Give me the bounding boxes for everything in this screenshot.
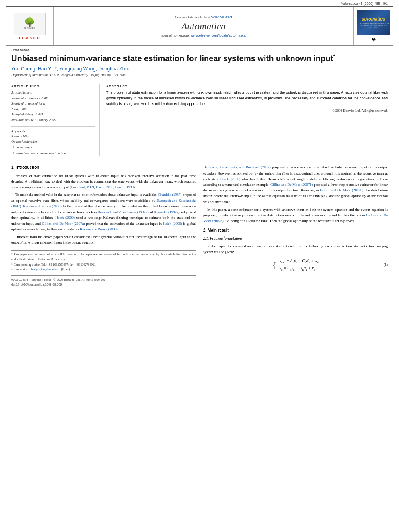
section1-para2: To make the method valid in the case tha…: [11, 192, 196, 232]
right-para1: Darouach, Zasadzinski, and Boutayeb (200…: [203, 164, 388, 205]
affiliation-line: Department of Automation, TNList, Tsingh…: [11, 73, 388, 77]
sciencedirect-line: Contents lists available at ScienceDirec…: [175, 15, 232, 19]
elsevier-small-text: ELSEVIER: [24, 27, 35, 29]
ref-gillins-2007b[interactable]: Gillins and De Moor (2007b): [270, 183, 313, 187]
journal-homepage-link[interactable]: www.elsevier.com/locate/automatica: [191, 33, 246, 37]
ref-gillins-2007b-2[interactable]: Gillins and De Moor (2007b): [320, 188, 363, 192]
article-info-col: ARTICLE INFO Article history: Received 2…: [11, 84, 100, 156]
automatica-subtitle: THE INTERNATIONAL JOURNAL OF CONTROL, AU…: [357, 22, 390, 28]
eq-row-2: yk = Ckxk + Hkdk + vk: [280, 265, 319, 272]
elsevier-brand-label: ELSEVIER: [19, 36, 40, 40]
ref-kerwin-prince[interactable]: Kerwin and Prince (2000): [23, 204, 62, 208]
elsevier-logo-section: 🌳 ELSEVIER ELSEVIER: [6, 7, 54, 45]
footnote-2: * Corresponding author. Tel.: +86 106279…: [11, 263, 196, 267]
copyright-line: © 2008 Elsevier Ltd. All rights reserved…: [106, 109, 388, 113]
footnote-section: * This paper was not presented at any IF…: [11, 250, 196, 271]
article-info-header: ARTICLE INFO: [11, 84, 95, 88]
keyword-1: Optimal estimation: [11, 139, 95, 144]
footnote-3: E-mail address: haoye@tsinghua.edu.cn (H…: [11, 267, 196, 271]
section2: 2. Main result 2.1. Problem formulation …: [203, 227, 388, 273]
authors-line: Yue Cheng, Hao Ye *, Yongqiang Wang, Don…: [11, 66, 388, 72]
email-name: (H. Ye).: [61, 267, 70, 271]
automatica-logo-box: automatica THE INTERNATIONAL JOURNAL OF …: [357, 10, 390, 35]
section1-para1: Problem of state estimation for linear s…: [11, 173, 196, 190]
eq-row-1: xk+1 = Akxk + Gkdk + wk: [280, 258, 319, 265]
sciencedirect-link[interactable]: ScienceDirect: [211, 15, 232, 19]
section1-title: 1. Introduction: [11, 164, 196, 171]
automatica-icon: ⊕: [371, 36, 376, 43]
history-item-2: 2 July 2008: [11, 107, 95, 112]
ref-k1987[interactable]: Kitanidis (1987): [154, 210, 178, 214]
keywords-section: Keywords: Kalman filter Optimal estimati…: [11, 126, 95, 156]
paper-title: Unbiased minimum-variance state estimati…: [11, 53, 388, 64]
right-column: Darouach, Zasadzinski, and Boutayeb (200…: [203, 164, 388, 287]
left-column: 1. Introduction Problem of state estimat…: [11, 164, 196, 287]
history-item-3: Accepted 9 August 2008: [11, 112, 95, 117]
ref-hsieh2000[interactable]: Hsieh (2000): [55, 216, 75, 220]
keyword-2: Unknown input: [11, 144, 95, 150]
ref-hsieh2000b[interactable]: Hsieh (2000): [163, 222, 182, 226]
ref-kp2000[interactable]: Kerwin and Prince (2000): [80, 227, 118, 231]
abstract-text: The problem of state estimation for a li…: [106, 90, 388, 107]
doi-line: doi:10.1016/j.automatica.2008.08.009: [11, 282, 196, 287]
section1-para3: Different from the above papers which co…: [11, 234, 196, 245]
history-item-0: Received 21 January 2008: [11, 96, 95, 101]
journal-homepage-line: journal homepage: www.elsevier.com/locat…: [161, 33, 245, 37]
keywords-label: Keywords:: [11, 129, 95, 133]
ref-gillins-2007a[interactable]: Gillins and De Moor (2007a): [42, 222, 85, 226]
journal-reference: Automatica 45 (2009) 485–491: [0, 0, 399, 6]
ref-darouach-2003[interactable]: Darouach, Zasadzinski, and Boutayeb (200…: [203, 165, 271, 169]
keyword-0: Kalman filter: [11, 133, 95, 139]
paper-type-label: Brief paper: [11, 48, 388, 52]
email-link[interactable]: haoye@tsinghua.edu.cn: [31, 267, 60, 271]
bottom-bar: 0005-1098/$ – see front matter © 2008 El…: [11, 275, 196, 287]
ref-friedland[interactable]: Friedland, 1969: [71, 185, 94, 189]
abstract-header: ABSTRACT: [106, 84, 388, 88]
elsevier-logo-box: 🌳 ELSEVIER: [14, 13, 46, 35]
section2-title: 2. Main result: [203, 227, 388, 234]
article-history: Article history: Received 21 January 200…: [11, 90, 95, 123]
elsevier-tree-icon: 🌳: [24, 18, 35, 27]
journal-ref-text: Automatica 45 (2009) 485–491: [341, 2, 388, 6]
title-asterisk: *: [333, 53, 335, 59]
info-abstract-section: ARTICLE INFO Article history: Received 2…: [11, 81, 388, 156]
ref-gillins-2007b-3[interactable]: Gillins and De Moor (2007b): [203, 213, 388, 223]
history-item-4: Available online 1 January 2009: [11, 117, 95, 123]
history-item-1: Received in revised form: [11, 101, 95, 107]
subsec21-title: 2.1. Problem formulation: [203, 236, 388, 242]
ref-hsieh2006[interactable]: Hsieh, 2006: [96, 185, 113, 189]
main-content-section: 1. Introduction Problem of state estimat…: [11, 160, 388, 287]
journal-name-display: Automatica: [181, 21, 226, 32]
automatica-brand-text: automatica: [362, 16, 385, 21]
subsec21-text: In this paper, the unbiased minimum vari…: [203, 243, 388, 255]
ref-dz1997[interactable]: Darouach and Zasadzinski (1997): [98, 210, 147, 214]
automatica-logo-right: automatica THE INTERNATIONAL JOURNAL OF …: [353, 7, 393, 45]
ref-ignani[interactable]: Ignani, 1990: [115, 185, 134, 189]
footnote-1: * This paper was not presented at any IF…: [11, 252, 196, 261]
paper-title-text: Unbiased minimum-variance state estimati…: [11, 54, 333, 63]
paper-body: Brief paper Unbiased minimum-variance st…: [0, 48, 399, 287]
journal-center-info: Contents lists available at ScienceDirec…: [54, 7, 353, 45]
history-label: Article history:: [11, 90, 95, 96]
issn-line: 0005-1098/$ – see front matter © 2008 El…: [11, 277, 196, 282]
right-para2: In this paper, a state estimator for a s…: [203, 207, 388, 224]
equation-number-1: (1): [384, 262, 388, 268]
ref-hsieh2006b[interactable]: Hsieh (2006): [220, 177, 241, 181]
journal-header-bar: 🌳 ELSEVIER ELSEVIER Contents lists avail…: [6, 6, 393, 46]
abstract-col: ABSTRACT The problem of state estimation…: [106, 84, 388, 156]
equation-system-1: xk+1 = Akxk + Gkdk + wk yk = Ckxk + Hkdk…: [280, 258, 319, 272]
equation-1-block: { xk+1 = Akxk + Gkdk + wk yk = Ckxk + Hk…: [203, 258, 388, 272]
keyword-3: Unbiased minimum variance estimation: [11, 150, 95, 156]
ref-kitanidis[interactable]: Kitanidis (1987): [158, 193, 181, 197]
email-label: E-mail address:: [11, 267, 31, 271]
